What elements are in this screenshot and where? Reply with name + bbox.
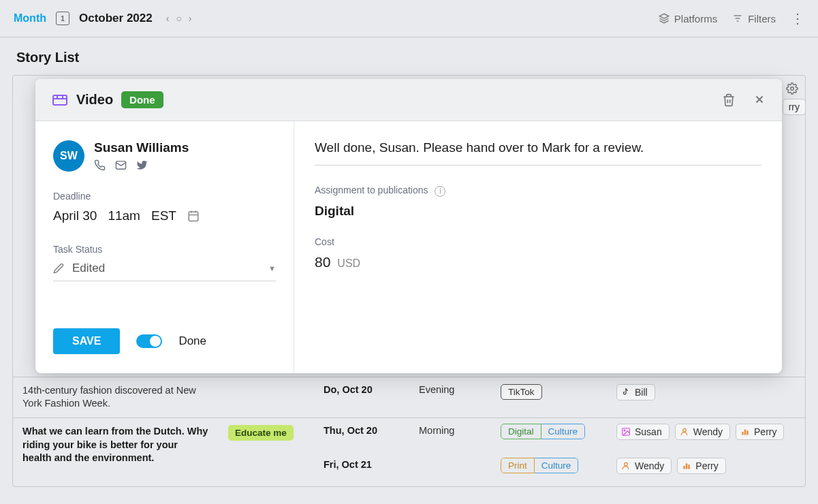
story-time-cell: Evening	[409, 377, 491, 418]
modal-type-label: Video	[76, 92, 113, 108]
category-chip-print[interactable]: Print	[501, 458, 535, 473]
category-chip-culture[interactable]: Culture	[535, 458, 579, 473]
category-chip-digital[interactable]: Digital	[501, 424, 541, 439]
svg-rect-9	[744, 430, 746, 435]
layers-icon	[659, 13, 670, 24]
svg-point-7	[682, 428, 686, 432]
story-people-cell: Bill	[607, 377, 805, 418]
info-icon[interactable]: i	[435, 186, 445, 197]
pencil-icon	[53, 263, 64, 274]
table-row[interactable]: 14th-century fashion discovered at New Y…	[13, 377, 805, 418]
story-date-cell: Do, Oct 20	[314, 377, 409, 418]
page-title: Story List	[0, 37, 818, 75]
view-switcher-month[interactable]: Month	[14, 12, 46, 25]
phone-icon[interactable]	[94, 159, 106, 171]
assignment-value: Digital	[315, 204, 761, 219]
close-button[interactable]	[753, 93, 766, 107]
svg-point-11	[625, 462, 628, 466]
deadline-label: Deadline	[53, 191, 276, 202]
today-circle-button[interactable]: ○	[176, 13, 181, 24]
story-date-cell: Fri, Oct 21	[314, 458, 409, 481]
video-icon	[52, 92, 68, 108]
platforms-label: Platforms	[674, 13, 717, 25]
email-icon[interactable]	[115, 159, 127, 171]
svg-rect-12	[684, 466, 685, 469]
story-categories-cell: Print Culture	[491, 458, 607, 481]
svg-rect-14	[689, 464, 690, 469]
assignment-block: Assignment to publications i Digital	[315, 185, 761, 219]
story-title-cell: 14th-century fashion discovered at New Y…	[13, 377, 219, 418]
done-toggle-label: Done	[178, 334, 206, 348]
story-people-cell: Susan Wendy Perry	[607, 424, 805, 447]
svg-marker-0	[659, 14, 668, 18]
category-chip-culture[interactable]: Culture	[541, 424, 586, 439]
avatar[interactable]: SW	[53, 140, 84, 172]
modal-header: Video Done	[35, 79, 782, 121]
cost-block: Cost 80 USD	[315, 236, 761, 270]
category-chip-tiktok[interactable]: TikTok	[501, 384, 542, 400]
person-chip-fragment[interactable]: rry	[783, 99, 806, 115]
deadline-time: 11am	[108, 208, 140, 223]
person-name: Wendy	[635, 460, 664, 471]
person-icon	[621, 461, 631, 471]
save-button[interactable]: SAVE	[53, 328, 120, 354]
filters-button[interactable]: Filters	[732, 13, 776, 25]
story-subrow: Thu, Oct 20 Morning Digital Culture Susa…	[314, 418, 805, 452]
task-detail-modal: Video Done SW Susan Williams	[35, 79, 782, 373]
svg-rect-8	[742, 432, 743, 435]
more-menu-button[interactable]: ⋮	[791, 10, 804, 27]
person-name: Perry	[695, 460, 718, 471]
person-chip[interactable]: Bill	[616, 384, 655, 400]
platforms-button[interactable]: Platforms	[659, 13, 717, 25]
save-row: SAVE Done	[53, 328, 276, 354]
delete-button[interactable]	[722, 93, 736, 107]
tag-educate-me[interactable]: Educate me	[228, 425, 294, 441]
deadline-value[interactable]: April 30 11am EST	[53, 208, 276, 223]
calendar-icon[interactable]	[187, 210, 200, 222]
story-time-cell: Morning	[409, 424, 491, 447]
story-categories-cell: Digital Culture	[491, 424, 607, 447]
person-name: Bill	[635, 387, 648, 398]
svg-rect-15	[53, 95, 67, 105]
topbar-left: Month 1 October 2022 ‹ ○ ›	[14, 12, 192, 25]
person-chip[interactable]: Wendy	[675, 424, 730, 440]
deadline-tz: EST	[151, 208, 176, 223]
story-subrow: Fri, Oct 21 Print Culture Wendy	[314, 452, 805, 486]
svg-rect-22	[189, 212, 198, 221]
assignee-block: SW Susan Williams	[53, 140, 276, 172]
next-month-button[interactable]: ›	[189, 13, 192, 24]
story-date-cell: Thu, Oct 20	[314, 424, 409, 447]
person-chip[interactable]: Perry	[736, 424, 784, 440]
svg-point-4	[791, 87, 794, 91]
twitter-icon[interactable]	[136, 159, 148, 171]
chevron-down-icon: ▼	[268, 264, 276, 272]
story-tag-cell	[219, 377, 314, 418]
prev-month-button[interactable]: ‹	[166, 13, 170, 24]
current-month-label[interactable]: October 2022	[79, 12, 153, 25]
task-status-select[interactable]: Edited ▼	[53, 262, 276, 281]
table-row[interactable]: What we can learn from the Dutch. Why ri…	[13, 418, 805, 486]
story-title-cell: What we can learn from the Dutch. Why ri…	[13, 418, 219, 486]
svg-rect-13	[686, 464, 687, 469]
person-chip[interactable]: Perry	[677, 458, 725, 474]
month-nav: ‹ ○ ›	[166, 13, 192, 24]
person-chip[interactable]: Susan	[616, 424, 670, 440]
done-toggle[interactable]	[136, 334, 162, 348]
topbar-right: Platforms Filters ⋮	[659, 10, 804, 27]
svg-rect-10	[746, 430, 748, 435]
person-chip[interactable]: Wendy	[616, 458, 672, 474]
person-icon	[680, 427, 689, 437]
comment-text[interactable]: Well done, Susan. Please hand over to Ma…	[315, 140, 761, 166]
modal-right-panel: Well done, Susan. Please hand over to Ma…	[294, 121, 782, 373]
modal-actions	[722, 93, 766, 107]
deadline-date: April 30	[53, 208, 97, 223]
today-icon[interactable]: 1	[56, 12, 69, 25]
bars-icon	[682, 461, 691, 471]
table-settings-button[interactable]	[786, 82, 798, 95]
partial-person-chip: rry	[783, 99, 806, 115]
topbar: Month 1 October 2022 ‹ ○ › Platforms Fil…	[0, 0, 818, 37]
story-categories-cell: TikTok	[491, 377, 607, 418]
person-name: Susan	[635, 426, 662, 437]
status-badge-done: Done	[121, 91, 163, 108]
filter-icon	[732, 13, 743, 24]
